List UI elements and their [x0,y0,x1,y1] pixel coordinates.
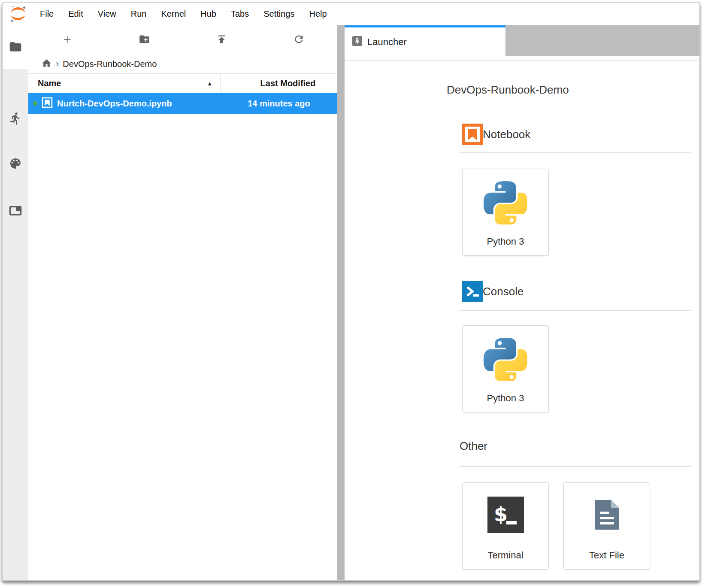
upload-icon [216,33,227,47]
notebook-orange-icon [462,124,483,145]
launcher-card-text-file[interactable]: Text File [563,482,650,570]
menu-settings[interactable]: Settings [256,9,302,19]
menu-bar: File Edit View Run Kernel Hub Tabs Setti… [3,3,699,25]
panel-splitter[interactable] [337,25,345,581]
svg-text:$: $ [494,503,508,526]
left-sidebar [3,25,28,581]
card-label: Text File [589,550,624,561]
jupyterlab-window: File Edit View Run Kernel Hub Tabs Setti… [2,2,700,581]
menu-file[interactable]: File [33,9,61,19]
sidebar-strip [3,70,28,581]
python-logo-icon [484,181,527,226]
column-header-name[interactable]: Name ▲ [28,74,221,93]
breadcrumb-current: DevOps-Runbook-Demo [63,59,157,69]
notebook-file-icon [42,97,53,110]
name-column-label: Name [38,79,61,88]
file-row-selected[interactable]: Nurtch-DevOps-Demo.ipynb 14 minutes ago [28,93,337,114]
launcher-body: DevOps-Runbook-Demo Notebook [345,61,699,581]
tab-bar-separator [345,56,699,61]
file-list-header: Name ▲ Last Modified [28,73,337,93]
sidebar-tab-open-tabs[interactable] [8,204,23,219]
menu-hub[interactable]: Hub [193,9,224,19]
console-blue-icon [462,281,483,302]
section-label-other: Other [460,438,487,454]
python-logo-icon [484,337,527,383]
section-divider [459,152,691,153]
folder-icon [9,40,22,55]
menu-kernel[interactable]: Kernel [154,9,193,19]
palette-icon [9,157,22,172]
file-browser-panel: › DevOps-Runbook-Demo Name ▲ Last Modifi… [28,25,337,581]
menu-view[interactable]: View [91,9,124,19]
terminal-icon: $ [487,497,524,535]
launcher-card-terminal[interactable]: $ Terminal [462,482,549,570]
launcher-panel: Launcher DevOps-Runbook-Demo Notebook [345,25,699,581]
launcher-card-notebook-python3[interactable]: Python 3 [462,169,549,256]
rocket-icon [352,36,363,48]
refresh-icon [293,33,305,47]
tab-launcher[interactable]: Launcher [345,25,505,56]
jupyter-logo-icon [9,4,27,23]
sidebar-tab-running[interactable] [8,112,23,127]
tab-bar: Launcher [345,25,699,56]
section-divider [459,310,691,311]
refresh-button[interactable] [260,25,337,55]
tabs-icon [9,204,22,219]
section-label-console: Console [483,281,523,302]
new-launcher-plus-icon [61,33,73,47]
modified-column-label: Last Modified [260,79,316,88]
file-browser-toolbar [28,25,337,55]
sidebar-tab-commands[interactable] [8,157,23,172]
column-header-modified[interactable]: Last Modified [221,79,337,88]
new-folder-icon [139,33,150,47]
file-name: Nurtch-DevOps-Demo.ipynb [57,99,172,109]
file-modified: 14 minutes ago [221,99,337,109]
section-label-notebook: Notebook [483,124,530,145]
upload-button[interactable] [183,25,260,55]
card-label: Python 3 [487,236,524,247]
menu-help[interactable]: Help [302,9,334,19]
tab-launcher-label: Launcher [367,36,407,48]
file-list-empty-area [28,114,337,581]
menu-run[interactable]: Run [124,9,154,19]
launcher-card-console-python3[interactable]: Python 3 [462,325,549,412]
section-divider [459,466,691,467]
text-file-icon [589,497,625,535]
breadcrumb-separator: › [56,60,59,68]
running-man-icon [9,112,22,127]
new-folder-button[interactable] [106,25,183,55]
kernel-running-dot [33,101,37,106]
breadcrumb: › DevOps-Runbook-Demo [28,55,337,73]
card-label: Terminal [487,550,523,561]
launcher-cwd-title: DevOps-Runbook-Demo [447,83,569,97]
new-launcher-button[interactable] [28,25,106,55]
card-label: Python 3 [487,393,524,404]
sidebar-tab-files[interactable] [3,25,28,70]
home-icon[interactable] [41,58,52,70]
menu-tabs[interactable]: Tabs [224,9,256,19]
sort-ascending-icon: ▲ [207,80,212,87]
menu-edit[interactable]: Edit [61,9,90,19]
